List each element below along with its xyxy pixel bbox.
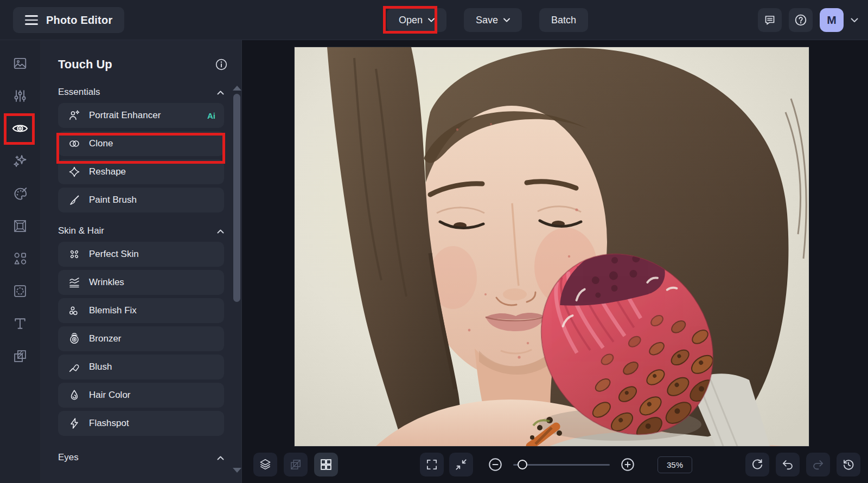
editor-canvas: 35% <box>242 40 868 483</box>
tool-item-label: Clone <box>89 138 113 149</box>
section-header-essentials[interactable]: Essentials <box>58 87 224 98</box>
tool-item-perfect-skin[interactable]: Perfect Skin <box>58 242 224 267</box>
feedback-button[interactable] <box>758 8 782 32</box>
rail-item-elements[interactable] <box>10 249 30 268</box>
reshape-icon <box>68 165 81 178</box>
tool-item-blush[interactable]: Blush <box>58 355 224 379</box>
grid-view-button[interactable] <box>314 453 338 476</box>
duplicate-button <box>284 453 308 476</box>
rail-item-adjust[interactable] <box>10 86 30 106</box>
tool-item-bronzer[interactable]: Bronzer <box>58 326 224 351</box>
tool-item-portrait-enhancer[interactable]: Portrait Enhancer Ai <box>58 103 224 128</box>
redo-button <box>806 453 830 476</box>
fit-screen-icon <box>454 458 468 472</box>
topbar-actions: Open Save Batch <box>387 8 588 32</box>
open-button[interactable]: Open <box>387 8 446 32</box>
chevron-up-icon <box>217 452 224 463</box>
zoom-in-button[interactable] <box>620 456 636 473</box>
chevron-down-icon <box>428 18 435 22</box>
rail-item-effects[interactable] <box>10 151 30 171</box>
hair-color-icon <box>68 389 81 402</box>
account-avatar[interactable]: M <box>820 8 844 32</box>
zoom-out-icon <box>487 456 503 473</box>
save-button-label: Save <box>476 15 498 26</box>
tool-item-hair-color[interactable]: Hair Color <box>58 383 224 408</box>
rail-item-touchup[interactable] <box>10 119 30 138</box>
hamburger-icon <box>25 15 38 25</box>
batch-button-label: Batch <box>551 15 576 26</box>
tool-item-label: Hair Color <box>89 390 131 401</box>
avatar-initial: M <box>827 14 837 27</box>
paint-brush-icon <box>68 194 81 207</box>
tool-item-wrinkles[interactable]: Wrinkles <box>58 270 224 295</box>
zoom-slider-track[interactable] <box>513 464 610 466</box>
layers-button[interactable] <box>253 453 277 476</box>
ai-badge: Ai <box>207 111 215 120</box>
panel-scroll-down-arrow[interactable] <box>233 468 241 473</box>
account-menu-chevron[interactable] <box>851 15 858 25</box>
topbar-right: M <box>758 8 858 32</box>
tool-item-label: Reshape <box>89 166 126 177</box>
zoom-in-icon <box>620 456 636 473</box>
fit-screen-button[interactable] <box>449 453 473 476</box>
history-button[interactable] <box>837 453 860 476</box>
undo-button[interactable] <box>776 453 800 476</box>
tool-item-label: Flashspot <box>89 418 129 429</box>
info-icon <box>214 57 228 72</box>
photo-editor-app: Photo Editor Open Save Batch <box>0 0 868 483</box>
tool-item-label: Perfect Skin <box>89 249 139 260</box>
info-button[interactable] <box>214 57 228 72</box>
rail-item-text[interactable] <box>10 314 30 333</box>
flashspot-icon <box>68 417 81 430</box>
grid-icon <box>319 458 333 472</box>
border-pattern-icon <box>12 284 28 299</box>
tool-item-label: Bronzer <box>89 333 122 344</box>
canvas-photo[interactable] <box>295 47 809 446</box>
layers-icon <box>258 458 272 472</box>
help-button[interactable] <box>789 8 813 32</box>
save-button[interactable]: Save <box>464 8 522 32</box>
redo-icon <box>811 458 825 472</box>
blush-icon <box>68 360 81 373</box>
tool-rail <box>0 40 40 483</box>
tool-item-label: Portrait Enhancer <box>89 110 161 121</box>
panel-scrollbar-thumb[interactable] <box>233 94 240 302</box>
zoom-slider[interactable] <box>513 460 610 469</box>
section-header-eyes[interactable]: Eyes <box>58 452 224 463</box>
rail-item-frame[interactable] <box>10 216 30 236</box>
shapes-icon <box>12 251 28 266</box>
tool-item-label: Paint Brush <box>89 195 137 205</box>
tool-item-clone[interactable]: Clone <box>58 131 224 156</box>
tool-item-paint-brush[interactable]: Paint Brush <box>58 188 224 212</box>
duplicate-disabled-icon <box>289 458 303 472</box>
clone-icon <box>68 137 81 150</box>
rail-item-photo[interactable] <box>10 54 30 73</box>
palette-icon <box>12 185 28 202</box>
panel-scroll-up-arrow[interactable] <box>233 86 241 91</box>
history-icon <box>841 458 856 472</box>
rail-item-border[interactable] <box>10 281 30 301</box>
chevron-up-icon <box>217 226 224 236</box>
sliders-icon <box>12 88 28 104</box>
eye-icon <box>11 120 29 137</box>
wrinkles-icon <box>68 276 81 289</box>
zoom-slider-knob[interactable] <box>518 460 527 469</box>
batch-button[interactable]: Batch <box>539 8 588 32</box>
tool-item-flashspot[interactable]: Flashspot <box>58 411 224 436</box>
zoom-out-button[interactable] <box>487 456 503 473</box>
main-menu-button[interactable]: Photo Editor <box>13 7 124 33</box>
photo-icon <box>12 56 28 71</box>
chevron-up-icon <box>217 87 224 98</box>
tool-item-label: Blush <box>89 362 112 372</box>
app-title: Photo Editor <box>46 14 112 27</box>
comment-icon <box>763 14 776 27</box>
section-header-skin-hair[interactable]: Skin & Hair <box>58 226 224 236</box>
fullscreen-button[interactable] <box>420 453 444 476</box>
tool-item-reshape[interactable]: Reshape <box>58 159 224 184</box>
zoom-level-value[interactable]: 35% <box>658 456 692 473</box>
rail-item-overlay[interactable] <box>10 346 30 366</box>
tool-item-blemish-fix[interactable]: Blemish Fix <box>58 298 224 323</box>
rail-item-paint[interactable] <box>10 184 30 203</box>
compare-button[interactable] <box>745 453 769 476</box>
chevron-down-icon <box>503 18 510 22</box>
